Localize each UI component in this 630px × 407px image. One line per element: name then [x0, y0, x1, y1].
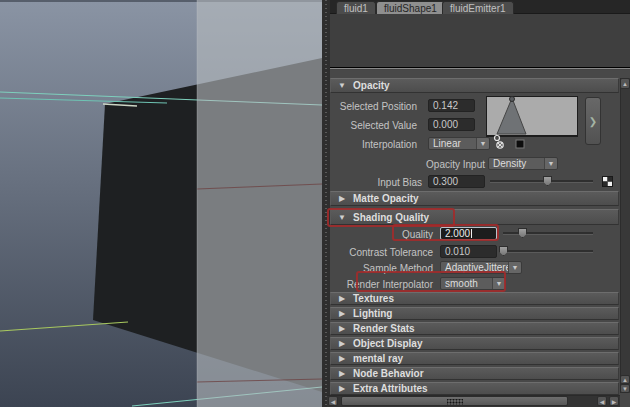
input-bias-label: Input Bias	[335, 177, 422, 188]
chevron-right-icon: ▶	[331, 194, 353, 203]
chevron-right-icon: ▶	[331, 339, 353, 348]
quality-field[interactable]: 2.000	[440, 227, 497, 240]
tab-fluidemitter1[interactable]: fluidEmitter1	[442, 1, 514, 14]
opacity-input-dropdown[interactable]: Density ▼	[488, 157, 558, 170]
selected-position-label: Selected Position	[330, 101, 417, 112]
section-header-matte-opacity[interactable]: ▶ Matte Opacity	[330, 191, 619, 206]
input-bias-slider[interactable]	[490, 180, 593, 183]
chevron-down-icon: ▼	[492, 278, 505, 289]
vertical-scrollbar[interactable]	[620, 78, 630, 393]
chevron-down-icon: ▼	[331, 213, 353, 222]
panel-splitter[interactable]	[322, 0, 330, 407]
selected-position-field[interactable]: 0.142	[428, 99, 475, 112]
section-header-render-stats[interactable]: ▶ Render Stats	[330, 322, 619, 335]
section-header-textures[interactable]: ▶ Textures	[330, 292, 619, 305]
horizontal-scrollbar-thumb[interactable]	[341, 396, 568, 406]
section-header-opacity[interactable]: ▼ Opacity	[330, 78, 619, 93]
3d-viewport[interactable]	[0, 0, 322, 407]
scroll-up-button-bottom[interactable]: ▲	[620, 375, 630, 384]
section-header-shading-quality[interactable]: ▼ Shading Quality	[330, 209, 619, 225]
scroll-down-button[interactable]: ▼	[620, 384, 630, 393]
ramp-key-value-handle	[516, 140, 524, 148]
sample-method-label: Sample Method	[333, 263, 433, 274]
editor-header	[330, 14, 630, 69]
chevron-right-icon: ▶	[331, 309, 353, 318]
section-header-node-behavior[interactable]: ▶ Node Behavior	[330, 367, 619, 380]
section-header-object-display[interactable]: ▶ Object Display	[330, 337, 619, 350]
chevron-down-icon: ▼	[508, 262, 521, 273]
selected-value-label: Selected Value	[330, 120, 417, 131]
text-cursor	[471, 229, 472, 238]
scroll-up-button[interactable]: ▲	[620, 78, 630, 89]
interpolation-label: Interpolation	[330, 139, 417, 150]
chevron-right-icon: ▶	[331, 369, 353, 378]
contrast-tolerance-label: Contrast Tolerance	[333, 247, 433, 258]
section-header-lighting[interactable]: ▶ Lighting	[330, 307, 619, 320]
chevron-right-icon: ▶	[331, 384, 353, 393]
texture-map-icon[interactable]	[602, 176, 613, 187]
ramp-expand-button[interactable]: ❯	[585, 97, 601, 145]
contrast-tolerance-slider[interactable]	[503, 250, 593, 253]
quality-slider[interactable]	[503, 232, 593, 235]
sample-method-dropdown[interactable]: AdaptiveJittered ▼	[440, 261, 522, 274]
input-bias-field[interactable]: 0.300	[428, 175, 485, 188]
chevron-down-icon: ▼	[331, 81, 353, 90]
translucent-plane	[197, 0, 322, 407]
grip-dots-icon	[447, 399, 463, 405]
scroll-right-button[interactable]: ▶	[609, 396, 619, 406]
chevron-down-icon: ▼	[544, 158, 557, 169]
contrast-tolerance-field[interactable]: 0.010	[440, 245, 497, 258]
ramp-key-position-handle	[510, 97, 515, 102]
tab-fluidshape1[interactable]: fluidShape1	[376, 1, 445, 14]
tab-fluid1[interactable]: fluid1	[336, 1, 376, 14]
selected-value-field[interactable]: 0.000	[428, 118, 475, 131]
opacity-ramp[interactable]	[486, 96, 578, 151]
interpolation-dropdown[interactable]: Linear ▼	[428, 137, 490, 150]
ramp-key-delete-handle	[497, 142, 503, 148]
chevron-right-icon: ▶	[331, 294, 353, 303]
chevron-right-icon: ▶	[331, 324, 353, 333]
section-header-mental-ray[interactable]: ▶ mental ray	[330, 352, 619, 365]
tab-bar: fluid1 fluidShape1 fluidEmitter1	[330, 0, 630, 14]
opacity-input-label: Opacity Input	[385, 159, 485, 170]
section-header-extra-attributes[interactable]: ▶ Extra Attributes	[330, 382, 619, 395]
chevron-right-icon: ▶	[331, 354, 353, 363]
quality-label: Quality	[353, 229, 433, 240]
scroll-left-button[interactable]: ◀	[328, 396, 338, 406]
render-interpolator-label: Render Interpolator	[333, 279, 433, 290]
maya-window: fluid1 fluidShape1 fluidEmitter1 fluidSh…	[0, 0, 630, 407]
scroll-left-button-2[interactable]: ◀	[597, 396, 607, 406]
render-interpolator-dropdown[interactable]: smooth ▼	[440, 277, 506, 290]
